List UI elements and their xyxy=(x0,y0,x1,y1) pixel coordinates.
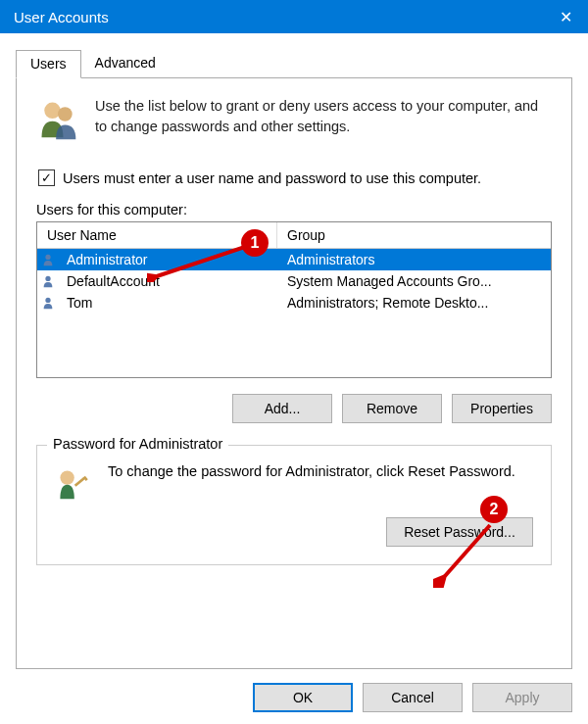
svg-point-2 xyxy=(45,255,50,260)
cell-username: DefaultAccount xyxy=(57,270,277,292)
close-icon: ✕ xyxy=(560,8,572,26)
svg-point-4 xyxy=(45,298,50,303)
column-group[interactable]: Group xyxy=(277,222,551,248)
list-rows: Administrator Administrators DefaultAcco… xyxy=(37,249,551,314)
check-icon: ✓ xyxy=(41,171,52,184)
password-row: To change the password for Administrator… xyxy=(55,461,533,504)
svg-point-5 xyxy=(60,470,74,484)
dialog-content: Users Advanced Use the list below to gra… xyxy=(0,33,588,724)
ok-button[interactable]: OK xyxy=(253,683,353,712)
intro-row: Use the list below to grant or deny user… xyxy=(36,96,552,146)
users-list-label: Users for this computer: xyxy=(36,202,552,217)
cancel-button[interactable]: Cancel xyxy=(363,683,463,712)
tab-users[interactable]: Users xyxy=(16,50,81,78)
users-list[interactable]: User Name Group Administrator Administra… xyxy=(36,221,552,378)
list-row-defaultaccount[interactable]: DefaultAccount System Managed Accounts G… xyxy=(37,270,551,292)
password-groupbox: Password for Administrator To change the… xyxy=(36,445,552,565)
key-icon xyxy=(55,461,90,504)
cell-username: Administrator xyxy=(57,249,277,270)
password-button-row: Reset Password... xyxy=(55,517,533,547)
user-icon xyxy=(37,296,57,310)
password-groupbox-title: Password for Administrator xyxy=(47,436,228,452)
cell-username: Tom xyxy=(57,292,277,314)
user-buttons-row: Add... Remove Properties xyxy=(36,394,552,423)
svg-point-1 xyxy=(58,107,73,121)
dialog-footer: OK Cancel Apply xyxy=(16,669,572,712)
svg-point-3 xyxy=(45,276,50,281)
list-header[interactable]: User Name Group xyxy=(37,222,551,249)
user-icon xyxy=(37,253,57,266)
list-row-tom[interactable]: Tom Administrators; Remote Deskto... xyxy=(37,292,551,314)
tab-advanced-label: Advanced xyxy=(95,55,156,71)
column-username[interactable]: User Name xyxy=(37,222,277,248)
titlebar: User Accounts ✕ xyxy=(0,0,588,33)
reset-password-button[interactable]: Reset Password... xyxy=(386,517,533,547)
tab-strip: Users Advanced xyxy=(16,49,572,78)
list-row-administrator[interactable]: Administrator Administrators xyxy=(37,249,551,270)
cell-group: Administrators; Remote Deskto... xyxy=(277,292,551,314)
cell-group: System Managed Accounts Gro... xyxy=(277,270,551,292)
svg-point-0 xyxy=(44,103,61,120)
window-title: User Accounts xyxy=(14,9,543,25)
tab-users-label: Users xyxy=(30,56,67,72)
intro-text: Use the list below to grant or deny user… xyxy=(95,96,552,137)
svg-rect-7 xyxy=(83,476,88,481)
require-password-label: Users must enter a user name and passwor… xyxy=(63,170,481,186)
require-password-checkbox[interactable]: ✓ xyxy=(38,169,55,186)
tab-body-users: Use the list below to grant or deny user… xyxy=(16,78,572,669)
require-password-checkbox-row[interactable]: ✓ Users must enter a user name and passw… xyxy=(38,169,552,186)
tab-advanced[interactable]: Advanced xyxy=(81,50,170,78)
apply-button[interactable]: Apply xyxy=(472,683,572,712)
users-icon xyxy=(36,96,79,146)
password-text: To change the password for Administrator… xyxy=(108,461,533,482)
cell-group: Administrators xyxy=(277,249,551,270)
close-button[interactable]: ✕ xyxy=(543,0,588,33)
user-icon xyxy=(37,274,57,288)
remove-button[interactable]: Remove xyxy=(342,394,442,423)
add-button[interactable]: Add... xyxy=(232,394,332,423)
properties-button[interactable]: Properties xyxy=(452,394,552,423)
